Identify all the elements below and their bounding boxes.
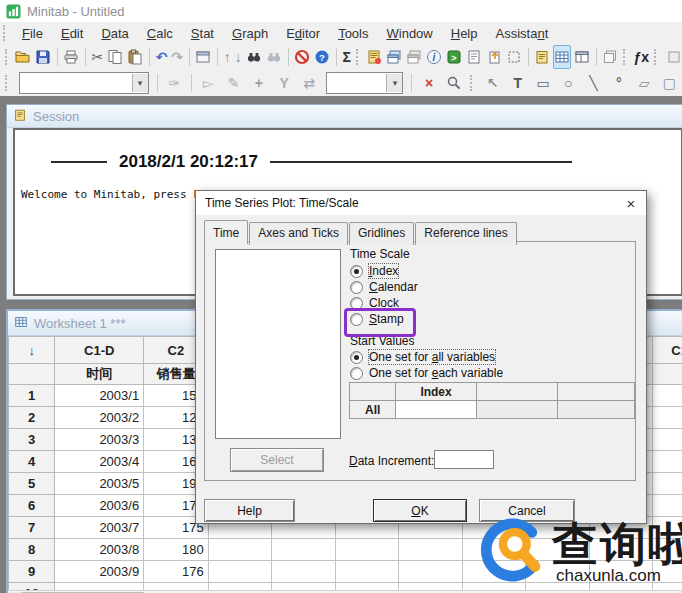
save-icon[interactable] xyxy=(34,45,52,69)
windows-stack-gray-icon[interactable] xyxy=(405,45,423,69)
col-header-c1[interactable]: C1-D xyxy=(55,337,144,364)
marker-tool-icon[interactable]: ° xyxy=(607,71,630,95)
cell-time[interactable]: 2003/6 xyxy=(55,495,144,517)
tab-time[interactable]: Time xyxy=(204,220,248,244)
entry-direction-cell[interactable]: ↓ xyxy=(9,337,55,364)
row-number[interactable]: 4 xyxy=(9,451,55,473)
sum-icon[interactable]: Σ xyxy=(341,45,351,69)
menu-calc[interactable]: Calc xyxy=(138,24,182,43)
rect-tool-icon[interactable]: ▭ xyxy=(531,71,554,95)
cell[interactable] xyxy=(335,561,399,583)
cell-time[interactable]: 2003/7 xyxy=(55,517,144,539)
close-icon[interactable]: × xyxy=(616,195,646,212)
help-icon[interactable]: ? xyxy=(313,45,331,69)
col-header-c10[interactable]: C10 xyxy=(653,337,682,364)
info-icon[interactable]: i xyxy=(425,45,443,69)
row-number[interactable]: 1 xyxy=(9,385,55,407)
graph-item-combo[interactable]: ▾ xyxy=(19,72,149,94)
print-icon[interactable] xyxy=(62,45,80,69)
refresh-tool-icon[interactable]: ⇄ xyxy=(298,71,321,95)
menu-window[interactable]: Window xyxy=(377,24,441,43)
polygon-tool-icon[interactable]: ▱ xyxy=(632,71,655,95)
crosshair-tool-icon[interactable]: + xyxy=(247,71,270,95)
radio-index[interactable]: Index xyxy=(350,263,418,279)
start-value-input-cell[interactable] xyxy=(396,401,476,419)
help-button[interactable]: Help xyxy=(204,499,295,522)
select-tool-icon[interactable]: ▻ xyxy=(197,71,220,95)
variables-listbox[interactable] xyxy=(215,249,341,439)
select-items-icon[interactable] xyxy=(505,45,523,69)
zoom-tool-icon[interactable] xyxy=(443,71,466,95)
ok-button[interactable]: OK xyxy=(373,499,467,522)
data-increment-input[interactable] xyxy=(434,450,494,469)
cell-time[interactable]: 2003/8 xyxy=(55,539,144,561)
cancel-button[interactable]: Cancel xyxy=(479,499,575,522)
cell-time[interactable]: 2003/3 xyxy=(55,429,144,451)
menu-assistant[interactable]: Assistant xyxy=(486,24,557,43)
cell[interactable] xyxy=(272,539,336,561)
cell[interactable] xyxy=(272,561,336,583)
var-name-cell[interactable] xyxy=(653,364,682,385)
cell[interactable] xyxy=(462,561,526,583)
menu-help[interactable]: Help xyxy=(442,24,487,43)
command-line-icon[interactable]: > xyxy=(445,45,463,69)
cell[interactable] xyxy=(653,429,682,451)
cell-time[interactable]: 2003/9 xyxy=(55,561,144,583)
cell-time[interactable]: 2003/2 xyxy=(55,407,144,429)
open-folder-icon[interactable] xyxy=(14,45,32,69)
cell[interactable] xyxy=(653,385,682,407)
cell[interactable] xyxy=(462,539,526,561)
cell[interactable] xyxy=(653,517,682,539)
tab-gridlines[interactable]: Gridlines xyxy=(349,222,414,245)
cell[interactable] xyxy=(653,495,682,517)
var-name-time[interactable]: 时间 xyxy=(55,364,144,385)
cell[interactable] xyxy=(335,539,399,561)
fx-icon[interactable]: ƒx xyxy=(632,45,650,69)
menu-data[interactable]: Data xyxy=(92,24,137,43)
find-icon[interactable] xyxy=(245,45,263,69)
cancel-icon[interactable] xyxy=(293,45,311,69)
cell-time[interactable]: 2003/4 xyxy=(55,451,144,473)
brush-tool-icon[interactable]: ✑ xyxy=(162,71,185,95)
arrow-tool-icon[interactable]: ↖ xyxy=(481,71,504,95)
row-number[interactable]: 3 xyxy=(9,429,55,451)
menu-stat[interactable]: Stat xyxy=(182,24,223,43)
paste-icon[interactable] xyxy=(126,45,144,69)
row-number[interactable]: 9 xyxy=(9,561,55,583)
up-arrow-icon[interactable]: ↑ xyxy=(223,45,232,69)
cell[interactable] xyxy=(399,539,463,561)
session-add-icon[interactable] xyxy=(365,45,383,69)
var-name-cell[interactable] xyxy=(9,364,55,385)
find-next-icon[interactable] xyxy=(265,45,283,69)
row-number[interactable]: 7 xyxy=(9,517,55,539)
cell[interactable] xyxy=(653,473,682,495)
pencil-tool-icon[interactable]: ✎ xyxy=(222,71,245,95)
select-button[interactable]: Select xyxy=(230,448,324,472)
cell-sales[interactable]: 180 xyxy=(144,539,209,561)
cell[interactable] xyxy=(208,539,272,561)
radio-one-set-for-each-variable[interactable]: One set for each variable xyxy=(350,365,503,381)
cell[interactable] xyxy=(653,451,682,473)
row-number[interactable]: 5 xyxy=(9,473,55,495)
cell[interactable] xyxy=(589,539,653,561)
chevron-down-icon[interactable]: ▾ xyxy=(132,74,148,92)
cut-icon[interactable]: ✂ xyxy=(91,45,105,69)
cell[interactable] xyxy=(526,561,590,583)
radio-one-set-for-all-variables[interactable]: One set for all variables xyxy=(350,349,503,365)
cell-sales[interactable]: 176 xyxy=(144,561,209,583)
cell[interactable] xyxy=(208,561,272,583)
edit-item-combo[interactable]: ▾ xyxy=(326,72,403,94)
graphs-folder-icon[interactable] xyxy=(601,45,619,69)
page-new-icon[interactable] xyxy=(485,45,503,69)
delete-item-icon[interactable]: × xyxy=(417,71,440,95)
cell[interactable] xyxy=(653,561,682,583)
chevron-down-icon[interactable]: ▾ xyxy=(386,74,402,92)
row-number[interactable]: 8 xyxy=(9,539,55,561)
row-number[interactable]: 6 xyxy=(9,495,55,517)
menu-file[interactable]: File xyxy=(13,24,52,43)
cell[interactable] xyxy=(653,539,682,561)
notepad-icon[interactable] xyxy=(465,45,483,69)
ellipse-tool-icon[interactable]: ○ xyxy=(557,71,580,95)
cell[interactable] xyxy=(653,407,682,429)
menu-graph[interactable]: Graph xyxy=(223,24,277,43)
